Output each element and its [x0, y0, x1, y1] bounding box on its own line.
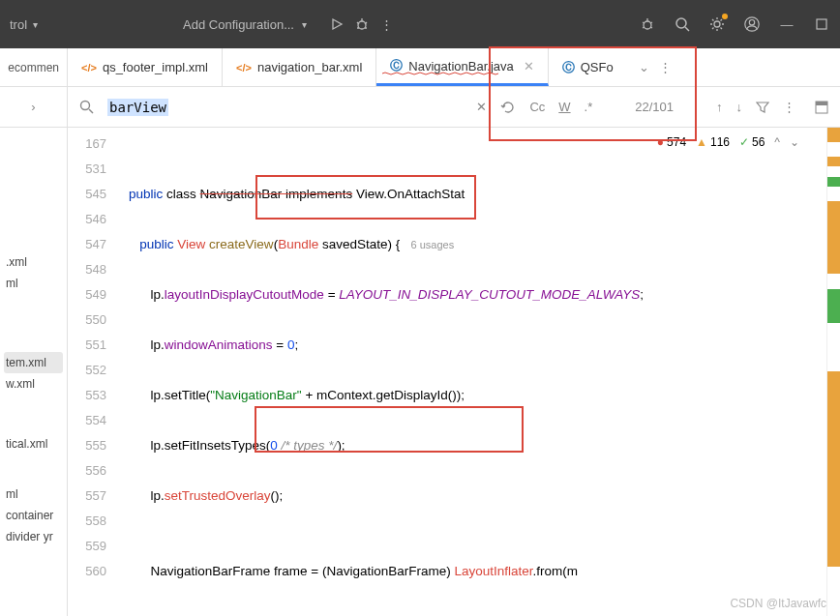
close-panel-icon[interactable]: [815, 101, 828, 114]
tab-qs-footer-impl[interactable]: </> qs_footer_impl.xml: [68, 48, 223, 86]
chevron-down-icon: ▾: [33, 19, 38, 30]
search-icon: [79, 100, 94, 114]
control-dropdown[interactable]: trol: [10, 17, 27, 32]
project-tree[interactable]: .xml ml tem.xml w.xml tical.xml ml conta…: [0, 128, 68, 616]
tree-item[interactable]: w.xml: [4, 373, 63, 395]
search-icon[interactable]: [674, 15, 691, 33]
tab-qsfo[interactable]: Ⓒ QSFo: [549, 48, 627, 86]
svg-point-7: [81, 102, 90, 110]
tree-item[interactable]: tem.xml: [4, 352, 63, 373]
tree-item[interactable]: divider yr: [4, 526, 63, 547]
maximize-icon[interactable]: [813, 15, 830, 33]
chevron-right-icon[interactable]: ›: [31, 100, 35, 114]
clear-icon[interactable]: ✕: [476, 100, 487, 114]
prev-match-icon[interactable]: ↑: [716, 100, 723, 114]
line-gutter: 1675315455465475485495505515525535545555…: [68, 128, 114, 616]
filter-icon[interactable]: [756, 101, 769, 114]
run-icon[interactable]: [328, 15, 345, 33]
whole-word-toggle[interactable]: W: [558, 100, 570, 114]
match-count: 22/101: [635, 100, 674, 114]
editor-tabs-row: ecommen </> qs_footer_impl.xml </> navig…: [0, 48, 840, 87]
tab-navigation-bar-xml[interactable]: </> navigation_bar.xml: [223, 48, 376, 86]
search-input[interactable]: barView: [107, 99, 168, 116]
history-icon[interactable]: [500, 100, 516, 115]
svg-rect-9: [816, 102, 827, 105]
xml-icon: </>: [81, 62, 97, 73]
main-toolbar: trol ▾ Add Configuration... ▾ ⋮ —: [0, 0, 840, 48]
svg-point-2: [676, 18, 686, 28]
chevron-down-icon: ▾: [302, 19, 307, 30]
svg-point-0: [358, 21, 366, 29]
svg-rect-6: [817, 19, 826, 29]
code-editor[interactable]: ●574 ▲116 ✓56 ^⌄ public class Navigation…: [114, 128, 826, 616]
minimize-icon[interactable]: —: [778, 15, 795, 33]
more-icon[interactable]: ⋮: [659, 60, 672, 74]
next-match-icon[interactable]: ↓: [736, 100, 743, 114]
match-case-toggle[interactable]: Cc: [529, 100, 545, 114]
regex-toggle[interactable]: .*: [585, 100, 593, 114]
more-icon[interactable]: ⋮: [378, 15, 396, 33]
run-config-dropdown[interactable]: Add Configuration... ▾ ⋮: [183, 15, 396, 33]
bug-icon[interactable]: [639, 15, 656, 33]
watermark: CSDN @ItJavawfc: [730, 597, 826, 610]
squiggle-icon: [382, 72, 556, 75]
sidebar-tab[interactable]: ecommen: [0, 48, 68, 86]
tree-item[interactable]: .xml: [4, 251, 63, 273]
svg-point-5: [749, 20, 754, 25]
find-bar: › barView ✕ Cc W .* 22/101 ↑ ↓ ⋮: [0, 87, 840, 128]
tree-item[interactable]: tical.xml: [4, 433, 63, 455]
tree-item[interactable]: container: [4, 505, 63, 526]
settings-icon[interactable]: [708, 15, 726, 33]
java-class-icon: Ⓒ: [562, 59, 575, 76]
xml-icon: </>: [236, 62, 252, 73]
more-icon[interactable]: ⋮: [783, 100, 795, 114]
inspection-stats[interactable]: ●574 ▲116 ✓56 ^⌄: [657, 130, 799, 155]
chevron-down-icon[interactable]: ⌄: [639, 60, 649, 74]
svg-point-3: [714, 21, 720, 27]
tree-item[interactable]: ml: [4, 273, 63, 294]
svg-rect-1: [644, 21, 651, 29]
tab-navigation-bar-java[interactable]: Ⓒ NavigationBar.java ✕: [376, 48, 548, 86]
tree-item[interactable]: ml: [4, 484, 63, 505]
error-stripe[interactable]: [826, 128, 840, 616]
debug-icon[interactable]: [353, 15, 371, 33]
profile-icon[interactable]: [743, 15, 761, 33]
